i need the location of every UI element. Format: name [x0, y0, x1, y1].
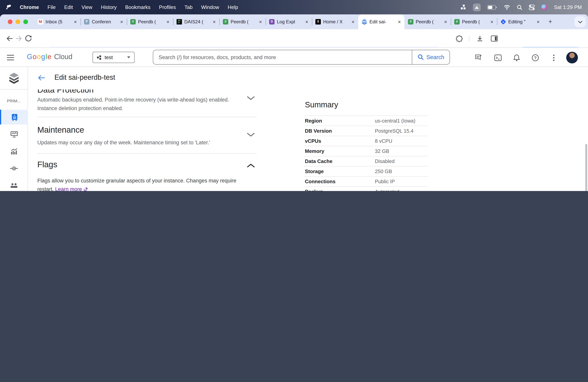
tab-conference[interactable]: P Conferen✕ [81, 14, 127, 29]
summary-title: Summary [305, 100, 338, 109]
side-panel-icon[interactable] [490, 35, 498, 42]
browser-window: M Inbox (5✕ P Conferen✕ // Peerdb (✕ DAI… [0, 14, 588, 191]
scrollbar-thumb[interactable] [585, 144, 587, 191]
tab-inbox[interactable]: M Inbox (5✕ [34, 14, 81, 29]
back-arrow-icon[interactable] [37, 74, 45, 81]
summary-row-region: Regionus-central1 (Iowa) [304, 116, 428, 126]
sidebar-item-query-insights[interactable] [0, 144, 28, 159]
postgres-icon: P [84, 19, 89, 24]
close-icon[interactable]: ✕ [305, 20, 308, 24]
wifi-icon[interactable] [504, 5, 510, 10]
tab-peerdb-4[interactable]: // Peerdb (✕ [451, 14, 497, 29]
reload-icon[interactable] [24, 35, 32, 42]
tab-edit-sai-peerdb-active[interactable]: Edit sai-✕ [358, 14, 404, 29]
menubar-edit[interactable]: Edit [64, 4, 73, 10]
close-icon[interactable]: ✕ [74, 20, 77, 24]
tab-peerdb-3[interactable]: // Peerdb (✕ [404, 14, 451, 29]
menubar-profiles[interactable]: Profiles [159, 4, 176, 10]
tab-peerdb-2[interactable]: // Peerdb (✕ [219, 14, 266, 29]
tab-peerdb-1[interactable]: // Peerdb (✕ [127, 14, 173, 29]
extensions-icon[interactable] [455, 35, 463, 42]
close-icon[interactable]: ✕ [351, 20, 355, 24]
maintenance-heading: Maintenance [37, 125, 84, 135]
tab-dais24[interactable]: DAIS DAIS24 (✕ [173, 14, 219, 29]
expand-maintenance-chevron[interactable] [247, 132, 256, 138]
menubar-history[interactable]: History [101, 4, 117, 10]
window-tiling-icon[interactable] [461, 5, 466, 10]
new-tab-button[interactable]: + [546, 17, 555, 26]
data-protection-description: Automatic backups enabled. Point-in-time… [37, 96, 247, 113]
close-icon[interactable]: ✕ [398, 20, 401, 24]
battery-icon[interactable] [487, 5, 497, 10]
sidebar-item-overview[interactable] [0, 110, 28, 125]
cloud-shell-icon[interactable] [494, 53, 502, 62]
search-icon [418, 54, 424, 60]
menubar-bookmarks[interactable]: Bookmarks [125, 4, 150, 10]
hamburger-menu-icon[interactable] [6, 53, 15, 62]
menubar-file[interactable]: File [47, 4, 56, 10]
close-icon[interactable]: ✕ [120, 20, 123, 24]
section-divider [37, 117, 257, 117]
spotlight-icon[interactable] [517, 4, 523, 10]
summary-row-memory: Memory32 GB [304, 146, 428, 156]
section-divider [37, 153, 257, 154]
flags-heading: Flags [37, 160, 57, 169]
downloads-icon[interactable] [476, 35, 484, 42]
peerdb-icon: // [223, 19, 228, 24]
cloudsql-product-icon[interactable] [0, 67, 28, 89]
notifications-bell-icon[interactable] [512, 53, 521, 62]
collapse-flags-chevron[interactable] [247, 163, 256, 169]
menubar-window[interactable]: Window [201, 4, 219, 10]
gcp-search-bar[interactable]: Search (/) for resources, docs, products… [153, 50, 450, 64]
zoom-window-button[interactable] [23, 20, 28, 24]
more-options-kebab-icon[interactable] [549, 53, 558, 62]
close-icon[interactable]: ✕ [212, 20, 216, 24]
page-title: Edit sai-peerdb-test [54, 74, 115, 82]
close-icon[interactable]: ✕ [259, 20, 262, 24]
menubar-help[interactable]: Help [228, 4, 238, 10]
sidebar-item-system-insights[interactable] [0, 127, 28, 142]
back-icon[interactable] [5, 35, 13, 42]
gcp-header: Google Cloud test Search (/) for resourc… [0, 48, 588, 67]
tab-x-home[interactable]: X Home / X✕ [312, 14, 358, 29]
main-content: Data Protection Automatic backups enable… [28, 89, 588, 191]
menubar-view[interactable]: View [82, 4, 92, 10]
close-icon[interactable]: ✕ [166, 20, 169, 24]
gcp-search-button[interactable]: Search [412, 50, 450, 64]
close-window-button[interactable] [8, 20, 12, 24]
x-icon: X [315, 19, 321, 24]
close-icon[interactable]: ✕ [444, 20, 447, 24]
tab-editing-diagram[interactable]: Editing "✕ [497, 14, 543, 29]
forward-icon[interactable] [15, 35, 22, 42]
close-icon[interactable]: ✕ [536, 20, 540, 24]
menubar-app-name[interactable]: Chrome [20, 4, 39, 10]
expand-data-protection-chevron[interactable] [247, 96, 256, 101]
summary-table: Regionus-central1 (Iowa) DB VersionPostg… [304, 116, 428, 191]
browser-toolbar: console.cloud.google.com/sql/instances/s… [0, 29, 588, 48]
apple-menu-icon[interactable] [6, 4, 11, 10]
siri-icon[interactable] [542, 4, 547, 10]
cloudsql-sidebar: PRIM... [0, 67, 28, 191]
gcp-account-avatar[interactable] [566, 52, 578, 64]
peerdb-icon: // [130, 19, 136, 24]
app-shortcut-icon[interactable] [473, 3, 481, 11]
close-icon[interactable]: ✕ [490, 20, 494, 24]
sidebar-item-connections[interactable] [0, 161, 28, 176]
release-notes-icon[interactable] [474, 53, 483, 62]
svg-text:?: ? [534, 55, 536, 60]
google-cloud-logo[interactable]: Google Cloud [27, 53, 72, 61]
menubar-clock[interactable]: Sat 1:29 PM [554, 4, 582, 10]
project-picker[interactable]: test [93, 52, 135, 63]
tab-search-chevron-button[interactable] [574, 16, 586, 27]
help-icon[interactable]: ? [531, 53, 539, 62]
sidebar-item-users[interactable] [0, 178, 28, 191]
control-center-icon[interactable] [529, 4, 535, 10]
tab-log-explorer[interactable]: D Log Expl✕ [266, 14, 312, 29]
minimize-window-button[interactable] [16, 20, 20, 24]
instance-overview-icon [11, 113, 18, 121]
dais-icon: DAIS [177, 19, 182, 24]
flags-description: Flags allow you to customize granular as… [37, 177, 249, 191]
tab-strip: M Inbox (5✕ P Conferen✕ // Peerdb (✕ DAI… [0, 14, 588, 29]
menubar-tab[interactable]: Tab [185, 4, 193, 10]
learn-more-link[interactable]: Learn more [55, 186, 82, 191]
